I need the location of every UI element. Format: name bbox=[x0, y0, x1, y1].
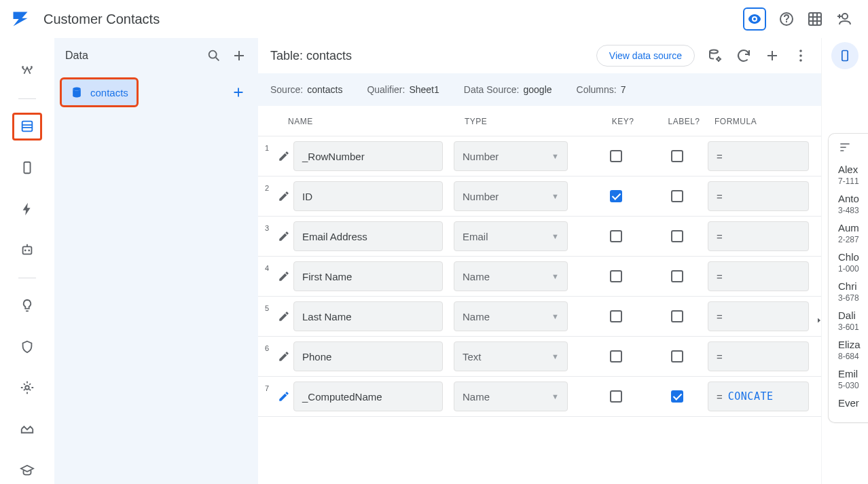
formula-field[interactable]: = bbox=[708, 301, 809, 331]
data-settings-icon[interactable] bbox=[707, 48, 723, 64]
editor-title-prefix: Table: bbox=[270, 49, 306, 62]
list-item[interactable]: Ever bbox=[838, 397, 868, 409]
label-checkbox[interactable] bbox=[647, 270, 708, 282]
column-type-select[interactable]: Name▼ bbox=[454, 381, 568, 411]
column-type-select[interactable]: Name▼ bbox=[454, 261, 568, 291]
key-checkbox[interactable] bbox=[585, 150, 647, 162]
label-checkbox[interactable] bbox=[647, 390, 708, 403]
row-number: 4 bbox=[265, 264, 274, 272]
formula-field[interactable]: = bbox=[708, 221, 809, 251]
add-user-icon[interactable] bbox=[835, 11, 852, 27]
key-checkbox[interactable] bbox=[585, 350, 647, 362]
svg-rect-19 bbox=[842, 51, 848, 61]
preview-device-icon[interactable] bbox=[831, 42, 858, 69]
edit-column-icon[interactable] bbox=[274, 270, 293, 282]
list-item[interactable]: Chlo1-000 bbox=[838, 251, 868, 274]
add-column-icon[interactable] bbox=[764, 48, 780, 64]
rail-intelligence-icon[interactable] bbox=[12, 292, 42, 320]
key-checkbox[interactable] bbox=[585, 190, 647, 202]
row-number: 1 bbox=[265, 144, 274, 152]
add-data-icon[interactable] bbox=[231, 48, 247, 64]
formula-field[interactable]: = bbox=[708, 341, 809, 371]
rail-home-icon[interactable] bbox=[12, 57, 42, 85]
add-table-icon[interactable] bbox=[231, 85, 246, 100]
rail-manage-icon[interactable] bbox=[12, 415, 42, 443]
rail-data-icon[interactable] bbox=[12, 113, 42, 141]
edit-column-icon[interactable] bbox=[274, 310, 293, 322]
view-data-source-button[interactable]: View data source bbox=[596, 45, 695, 67]
list-item[interactable]: Dali3-601 bbox=[838, 310, 868, 332]
search-icon[interactable] bbox=[206, 48, 221, 63]
column-type-select[interactable]: Email▼ bbox=[454, 221, 568, 251]
sort-icon[interactable] bbox=[838, 141, 868, 154]
rail-automation-icon[interactable] bbox=[12, 236, 42, 264]
column-type-select[interactable]: Number▼ bbox=[454, 141, 568, 171]
rail-actions-icon[interactable] bbox=[12, 195, 42, 223]
meta-source-val: contacts bbox=[307, 84, 342, 95]
col-hdr-name: NAME bbox=[288, 117, 465, 126]
column-type-select[interactable]: Number▼ bbox=[454, 181, 568, 211]
editor-title-value: contacts bbox=[306, 49, 352, 62]
row-number: 5 bbox=[265, 304, 274, 312]
meta-row: Source:contacts Qualifier:Sheet1 Data So… bbox=[258, 73, 821, 106]
edit-column-icon[interactable] bbox=[274, 390, 293, 403]
key-checkbox[interactable] bbox=[585, 390, 647, 403]
col-hdr-label: LABEL? bbox=[653, 117, 715, 126]
sidebar-item-contacts[interactable]: contacts bbox=[60, 77, 139, 107]
key-checkbox[interactable] bbox=[585, 230, 647, 242]
data-sidebar: Data contacts bbox=[54, 38, 258, 484]
preview-list: Alex7-111Anto3-483Aum2-287Chlo1-000Chri3… bbox=[828, 133, 868, 423]
rail-views-icon[interactable] bbox=[12, 154, 42, 182]
formula-field[interactable]: =CONCATE bbox=[708, 381, 809, 411]
svg-point-10 bbox=[28, 250, 30, 252]
edit-column-icon[interactable] bbox=[274, 150, 293, 162]
table-row: 4First NameName▼= bbox=[258, 256, 821, 296]
column-name-field[interactable]: ID bbox=[293, 181, 443, 211]
more-icon[interactable] bbox=[793, 48, 809, 64]
column-name-field[interactable]: _RowNumber bbox=[293, 141, 443, 171]
list-item[interactable]: Chri3-678 bbox=[838, 280, 868, 303]
label-checkbox[interactable] bbox=[647, 230, 708, 242]
help-icon[interactable] bbox=[778, 11, 795, 27]
formula-field[interactable]: = bbox=[708, 181, 809, 211]
column-type-select[interactable]: Name▼ bbox=[454, 301, 568, 331]
list-item[interactable]: Aum2-287 bbox=[838, 222, 868, 244]
column-name-field[interactable]: Phone bbox=[293, 341, 443, 371]
svg-point-16 bbox=[799, 50, 802, 52]
rail-settings-icon[interactable] bbox=[12, 374, 42, 402]
meta-source-key: Source: bbox=[270, 84, 303, 95]
key-checkbox[interactable] bbox=[585, 270, 647, 282]
rail-learn-icon[interactable] bbox=[12, 456, 42, 484]
list-item[interactable]: Anto3-483 bbox=[838, 193, 868, 215]
label-checkbox[interactable] bbox=[647, 350, 708, 362]
list-item[interactable]: Eliza8-684 bbox=[838, 339, 868, 361]
list-item[interactable]: Alex7-111 bbox=[838, 164, 868, 186]
rail-security-icon[interactable] bbox=[12, 333, 42, 360]
column-type-select[interactable]: Text▼ bbox=[454, 341, 568, 371]
column-name-field[interactable]: Last Name bbox=[293, 301, 443, 331]
edit-column-icon[interactable] bbox=[274, 350, 293, 362]
label-checkbox[interactable] bbox=[647, 190, 708, 202]
col-hdr-key: KEY? bbox=[592, 117, 653, 126]
label-checkbox[interactable] bbox=[647, 150, 708, 162]
sidebar-header: Data bbox=[54, 38, 258, 73]
svg-point-11 bbox=[25, 386, 29, 390]
column-name-field[interactable]: Email Address bbox=[293, 221, 443, 251]
formula-field[interactable]: = bbox=[708, 261, 809, 291]
preview-pane: Alex7-111Anto3-483Aum2-287Chlo1-000Chri3… bbox=[822, 38, 868, 484]
chevron-right-icon[interactable] bbox=[815, 316, 823, 324]
preview-toggle-icon[interactable] bbox=[743, 7, 766, 31]
column-name-field[interactable]: First Name bbox=[293, 261, 443, 291]
key-checkbox[interactable] bbox=[585, 310, 647, 322]
table-row: 2IDNumber▼= bbox=[258, 176, 821, 216]
grid-icon[interactable] bbox=[807, 11, 823, 27]
refresh-icon[interactable] bbox=[736, 48, 752, 64]
formula-field[interactable]: = bbox=[708, 141, 809, 171]
edit-column-icon[interactable] bbox=[274, 230, 293, 242]
label-checkbox[interactable] bbox=[647, 310, 708, 322]
list-item[interactable]: Emil5-030 bbox=[838, 368, 868, 390]
svg-rect-2 bbox=[809, 13, 821, 25]
edit-column-icon[interactable] bbox=[274, 190, 293, 202]
svg-point-15 bbox=[717, 58, 720, 60]
column-name-field[interactable]: _ComputedName bbox=[293, 381, 443, 411]
